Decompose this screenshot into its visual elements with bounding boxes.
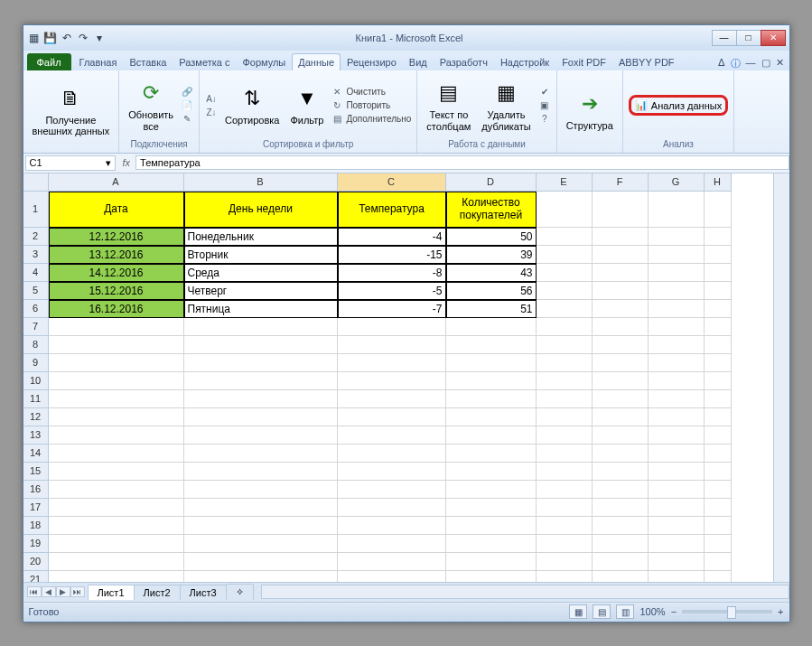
cell[interactable] <box>184 354 338 372</box>
cell[interactable]: -4 <box>338 228 446 246</box>
cell[interactable]: Среда <box>184 264 338 282</box>
cell[interactable] <box>537 390 593 408</box>
cell[interactable] <box>338 535 446 553</box>
cell[interactable] <box>184 426 338 445</box>
cell[interactable] <box>593 336 649 354</box>
cell[interactable] <box>446 372 537 390</box>
cell[interactable] <box>446 499 537 517</box>
cell[interactable] <box>649 228 705 246</box>
text-to-columns-button[interactable]: ▤ Текст по столбцам <box>423 77 474 133</box>
sheet-prev-icon[interactable]: ◀ <box>42 586 56 597</box>
row-header[interactable]: 15 <box>23 463 49 481</box>
cell[interactable] <box>705 499 732 517</box>
name-box[interactable]: C1▾ <box>25 155 116 171</box>
cell[interactable]: Количество покупателей <box>446 192 537 228</box>
tab-insert[interactable]: Вставка <box>123 53 173 70</box>
cell[interactable] <box>705 354 732 372</box>
maximize-button[interactable]: □ <box>736 30 761 46</box>
data-analysis-button[interactable]: 📊 Анализ данных <box>635 99 722 111</box>
doc-min-icon[interactable]: — <box>746 57 756 70</box>
tab-file[interactable]: Файл <box>27 53 71 70</box>
cell[interactable] <box>184 571 338 582</box>
cell[interactable]: 43 <box>446 264 537 282</box>
cell[interactable] <box>593 571 649 582</box>
cell[interactable] <box>446 553 537 571</box>
cell[interactable]: Четверг <box>184 282 338 300</box>
cell[interactable] <box>338 463 446 481</box>
cell[interactable] <box>705 282 732 300</box>
cell[interactable] <box>593 481 649 499</box>
cell[interactable] <box>537 426 593 445</box>
cell[interactable] <box>593 426 649 445</box>
cell[interactable] <box>537 354 593 372</box>
tab-addins[interactable]: Надстройк <box>494 53 555 70</box>
row-header[interactable]: 20 <box>23 553 49 571</box>
sheet-next-icon[interactable]: ▶ <box>56 586 70 597</box>
cell[interactable] <box>338 390 446 408</box>
cell[interactable] <box>537 499 593 517</box>
outline-button[interactable]: ➔ Структура <box>563 88 617 133</box>
cell[interactable] <box>184 517 338 535</box>
cell[interactable] <box>705 300 732 318</box>
cell[interactable] <box>537 246 593 264</box>
row-header[interactable]: 12 <box>23 408 49 426</box>
clear-filter-button[interactable]: ✕Очистить <box>331 86 411 98</box>
cell[interactable] <box>184 372 338 390</box>
tab-home[interactable]: Главная <box>73 53 124 70</box>
cell[interactable] <box>649 553 705 571</box>
cell[interactable] <box>593 318 649 336</box>
cell[interactable] <box>649 282 705 300</box>
cell[interactable] <box>649 535 705 553</box>
row-header[interactable]: 6 <box>23 300 49 318</box>
cell[interactable] <box>705 336 732 354</box>
cell[interactable] <box>649 264 705 282</box>
cell[interactable] <box>593 228 649 246</box>
row-header[interactable]: 18 <box>23 517 49 535</box>
cell[interactable]: -15 <box>338 246 446 264</box>
chevron-down-icon[interactable]: ▾ <box>106 157 111 169</box>
cell[interactable] <box>649 354 705 372</box>
cell[interactable] <box>537 372 593 390</box>
row-header[interactable]: 13 <box>23 426 49 445</box>
column-header[interactable]: G <box>649 173 705 192</box>
qat-misc-icon[interactable]: ▾ <box>92 31 107 45</box>
vertical-scrollbar[interactable] <box>773 173 789 582</box>
cell[interactable] <box>537 553 593 571</box>
cell[interactable] <box>446 517 537 535</box>
cell[interactable] <box>184 499 338 517</box>
cell[interactable] <box>537 318 593 336</box>
cell[interactable] <box>593 354 649 372</box>
sheet-first-icon[interactable]: ⏮ <box>27 586 42 597</box>
cell[interactable] <box>338 336 446 354</box>
minimize-button[interactable]: — <box>712 30 737 46</box>
editlinks-btn[interactable]: ✎ <box>181 113 193 126</box>
cell[interactable] <box>338 445 446 463</box>
tab-foxit[interactable]: Foxit PDF <box>555 53 612 70</box>
cell[interactable] <box>649 246 705 264</box>
cell[interactable] <box>537 535 593 553</box>
cell[interactable] <box>49 336 184 354</box>
new-sheet-button[interactable]: ✧ <box>226 584 254 600</box>
cell[interactable] <box>338 571 446 582</box>
cell[interactable] <box>593 246 649 264</box>
cell[interactable]: -5 <box>338 282 446 300</box>
cell[interactable] <box>338 553 446 571</box>
cell[interactable] <box>446 426 537 445</box>
doc-close-icon[interactable]: ✕ <box>776 57 784 70</box>
sort-az[interactable]: A↓ Z↓ <box>205 92 218 118</box>
cell[interactable] <box>49 390 184 408</box>
row-header[interactable]: 4 <box>23 264 49 282</box>
cell[interactable] <box>446 535 537 553</box>
cell[interactable] <box>338 354 446 372</box>
cell[interactable] <box>705 318 732 336</box>
cell[interactable] <box>705 246 732 264</box>
reapply-filter-button[interactable]: ↻Повторить <box>331 99 411 112</box>
cell[interactable] <box>537 517 593 535</box>
cell[interactable] <box>446 318 537 336</box>
cell[interactable] <box>338 408 446 426</box>
cell[interactable] <box>49 408 184 426</box>
cell[interactable] <box>649 336 705 354</box>
zoom-out-button[interactable]: − <box>671 606 677 617</box>
cell[interactable]: 14.12.2016 <box>49 264 184 282</box>
cell[interactable] <box>705 535 732 553</box>
